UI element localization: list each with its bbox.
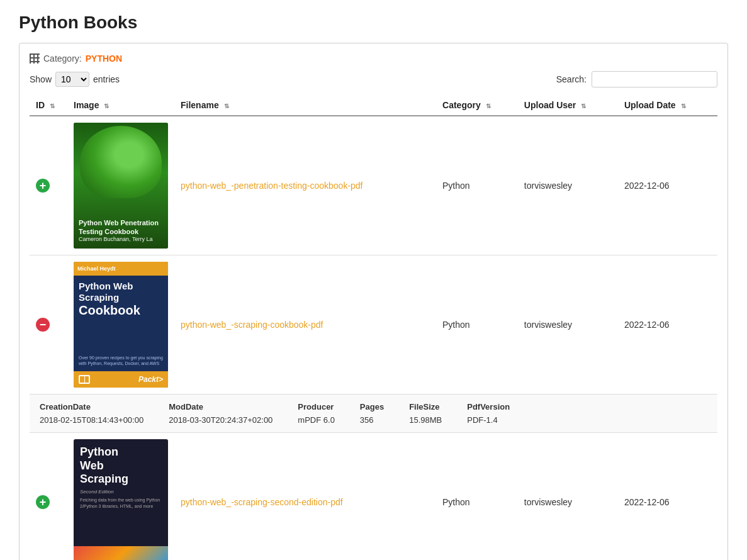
sort-arrows-id: ⇅ xyxy=(50,103,55,109)
sort-arrows-image: ⇅ xyxy=(104,103,109,109)
row2-upload-date-cell: 2022-12-06 xyxy=(618,255,717,395)
row1-filename-cell: python-web_-penetration-testing-cookbook… xyxy=(174,116,436,255)
sort-arrows-category: ⇅ xyxy=(486,103,491,109)
book-icon-2 xyxy=(79,375,90,384)
row2-category-cell: Python xyxy=(436,255,518,395)
row1-image-cell: Python Web Penetration Testing Cookbook … xyxy=(67,116,174,255)
books-table: ID ⇅ Image ⇅ Filename ⇅ Category ⇅ xyxy=(30,95,717,560)
book-cover-3: PythonWebScraping Second Edition Fetchin… xyxy=(74,439,168,560)
row1-id-cell: + xyxy=(30,116,67,255)
table-row: + Python Web Penetration Testing Cookboo… xyxy=(30,116,717,255)
row3-id-cell: + xyxy=(30,433,67,561)
col-upload-date[interactable]: Upload Date ⇅ xyxy=(618,95,717,116)
producer-label: Producer xyxy=(298,402,335,412)
search-input[interactable] xyxy=(592,71,717,87)
creation-date-value: 2018-02-15T08:14:43+00:00 xyxy=(40,415,143,425)
category-filter-label: Category: xyxy=(43,53,82,64)
col-upload-user[interactable]: Upload User ⇅ xyxy=(518,95,618,116)
cover-body-3: PythonWebScraping Second Edition Fetchin… xyxy=(74,439,168,546)
category-filter: Category: PYTHON xyxy=(30,53,717,64)
row3-upload-date-cell: 2022-12-06 xyxy=(618,433,717,561)
sort-arrows-filename: ⇅ xyxy=(224,103,229,109)
cover-main-3: PythonWebScraping xyxy=(80,445,162,486)
row3-category-cell: Python xyxy=(436,433,518,561)
row1-filename-link[interactable]: python-web_-penetration-testing-cookbook… xyxy=(181,181,363,191)
sort-arrows-upload-date: ⇅ xyxy=(681,103,686,109)
cover-title-1: Python Web Penetration Testing Cookbook xyxy=(79,218,163,237)
pdfversion-value: PDF-1.4 xyxy=(467,415,510,425)
row1-category-cell: Python xyxy=(436,116,518,255)
row3-filename-cell: python-web_-scraping-second-edition-pdf xyxy=(174,433,436,561)
row1-upload-date-cell: 2022-12-06 xyxy=(618,116,717,255)
col-filename[interactable]: Filename ⇅ xyxy=(174,95,436,116)
row2-toggle-button[interactable]: − xyxy=(36,318,50,332)
cover-bottom-bar-3 xyxy=(74,546,168,560)
cover-body-2: Python Web Scraping Cookbook Over 90 pro… xyxy=(74,276,168,371)
cover-desc-2: Over 90 proven recipes to get you scrapi… xyxy=(79,355,163,366)
producer-value: mPDF 6.0 xyxy=(298,415,335,425)
col-image[interactable]: Image ⇅ xyxy=(67,95,174,116)
creation-date-label: CreationDate xyxy=(40,402,143,412)
cover-desc-3: Fetching data from the web using Python … xyxy=(80,497,162,510)
row2-id-cell: − xyxy=(30,255,67,395)
entries-label: entries xyxy=(93,74,120,84)
filesize-value: 15.98MB xyxy=(409,415,442,425)
pages-label: Pages xyxy=(360,402,384,412)
expanded-row-2: CreationDate 2018-02-15T08:14:43+00:00 M… xyxy=(30,395,717,433)
pdfversion-label: PdfVersion xyxy=(467,402,510,412)
entries-select[interactable]: 10 25 50 100 xyxy=(55,72,89,87)
detail-col-mod: ModDate 2018-03-30T20:24:37+02:00 xyxy=(169,402,272,425)
row2-filename-cell: python-web_-scraping-cookbook-pdf xyxy=(174,255,436,395)
show-entries: Show 10 25 50 100 entries xyxy=(30,72,120,87)
cover-footer-2: Packt> xyxy=(74,371,168,388)
mod-date-label: ModDate xyxy=(169,402,272,412)
grid-icon xyxy=(30,53,40,64)
detail-col-filesize: FileSize 15.98MB xyxy=(409,402,442,425)
table-row: + PythonWebScraping Second Edition Fetch… xyxy=(30,433,717,561)
book-cover-2: Michael Heydt Python Web Scraping Cookbo… xyxy=(74,262,168,388)
table-container: Category: PYTHON Show 10 25 50 100 entri… xyxy=(19,43,728,560)
cover-text-1: Python Web Penetration Testing Cookbook … xyxy=(79,218,163,244)
cover-edition-3: Second Edition xyxy=(80,489,162,495)
row1-upload-user-cell: torviswesley xyxy=(518,116,618,255)
row2-filename-link[interactable]: python-web_-scraping-cookbook-pdf xyxy=(181,320,323,330)
table-row: − Michael Heydt Python Web Scraping Cook… xyxy=(30,255,717,395)
col-category[interactable]: Category ⇅ xyxy=(436,95,518,116)
table-header-row: ID ⇅ Image ⇅ Filename ⇅ Category ⇅ xyxy=(30,95,717,116)
detail-col-pages: Pages 356 xyxy=(360,402,384,425)
book-cover-1: Python Web Penetration Testing Cookbook … xyxy=(74,123,168,249)
cover-subtitle-1: Cameron Buchanan, Terry La xyxy=(79,236,163,244)
page-title: Python Books xyxy=(19,13,728,33)
row2-image-cell: Michael Heydt Python Web Scraping Cookbo… xyxy=(67,255,174,395)
row3-upload-user-cell: torviswesley xyxy=(518,433,618,561)
row3-filename-link[interactable]: python-web_-scraping-second-edition-pdf xyxy=(181,497,343,507)
row3-image-cell: PythonWebScraping Second Edition Fetchin… xyxy=(67,433,174,561)
controls-row: Show 10 25 50 100 entries Search: xyxy=(30,71,717,87)
row1-toggle-button[interactable]: + xyxy=(36,179,50,193)
detail-col-producer: Producer mPDF 6.0 xyxy=(298,402,335,425)
packt-label-2: Packt> xyxy=(138,375,163,384)
show-label: Show xyxy=(30,74,52,84)
sort-arrows-upload-user: ⇅ xyxy=(581,103,586,109)
col-id[interactable]: ID ⇅ xyxy=(30,95,67,116)
detail-col-creation: CreationDate 2018-02-15T08:14:43+00:00 xyxy=(40,402,143,425)
search-label: Search: xyxy=(556,74,587,84)
row3-toggle-button[interactable]: + xyxy=(36,495,50,509)
row2-upload-user-cell: torviswesley xyxy=(518,255,618,395)
detail-col-pdfversion: PdfVersion PDF-1.4 xyxy=(467,402,510,425)
expanded-row-2-cell: CreationDate 2018-02-15T08:14:43+00:00 M… xyxy=(30,395,717,433)
pages-value: 356 xyxy=(360,415,384,425)
cover-top-bar-2: Michael Heydt xyxy=(74,262,168,276)
mod-date-value: 2018-03-30T20:24:37+02:00 xyxy=(169,415,272,425)
cover-main-title-2: Python Web Scraping Cookbook xyxy=(79,281,163,317)
search-row: Search: xyxy=(556,71,717,87)
filesize-label: FileSize xyxy=(409,402,442,412)
expanded-details-2: CreationDate 2018-02-15T08:14:43+00:00 M… xyxy=(40,402,707,425)
category-filter-value: PYTHON xyxy=(86,53,122,64)
page-wrapper: Python Books Category: PYTHON Show 10 25… xyxy=(0,0,747,560)
